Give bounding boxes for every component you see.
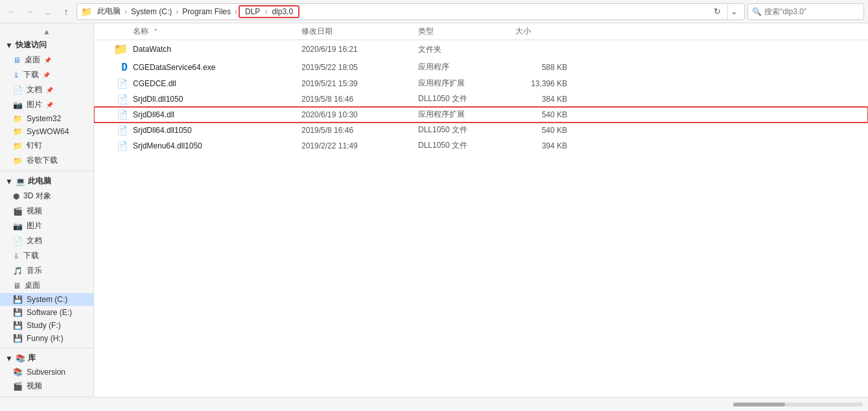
folder-icon: 📁	[13, 156, 23, 165]
file-row-highlighted[interactable]: 📄 SrjdDll64.dll 2020/6/19 10:30 应用程序扩展 5…	[94, 107, 868, 123]
file-row[interactable]: 📄 CGEDCE.dll 2019/5/21 15:39 应用程序扩展 13,3…	[94, 76, 868, 91]
search-input[interactable]	[764, 7, 860, 16]
refresh-button[interactable]: ↻	[709, 4, 725, 19]
sidebar-item-image-quick[interactable]: 📷 图片 📌	[0, 97, 93, 112]
file-size: 540 KB	[515, 110, 580, 119]
file-name: CGEDCE.dll	[133, 79, 301, 88]
sort-arrow-icon: ⌃	[153, 28, 158, 35]
pin-icon: 📌	[46, 87, 53, 93]
dropdown-button[interactable]: ⌄	[40, 4, 56, 19]
col-size-header[interactable]: 大小	[515, 26, 580, 37]
file-row[interactable]: D CGEDataService64.exe 2019/5/22 18:05 应…	[94, 59, 868, 76]
path-sysc[interactable]: System (C:)	[128, 6, 174, 17]
file-row[interactable]: 📁 DataWatch 2020/6/19 16:21 文件夹	[94, 40, 868, 59]
back-button[interactable]: ←	[4, 4, 19, 19]
file-type: DLL1050 文件	[418, 124, 515, 135]
sidebar-item-system32[interactable]: 📁 System32	[0, 112, 93, 125]
download-icon: ⇓	[13, 252, 19, 261]
up-button[interactable]: ↑	[58, 4, 74, 19]
sidebar-item-doc-quick[interactable]: 📄 文档 📌	[0, 82, 93, 97]
file-name: SrjdDll.dll1050	[133, 95, 301, 104]
sidebar-item-desktop[interactable]: 🖥 桌面	[0, 278, 93, 293]
main-area: ▲ ▼ 快速访问 🖥 桌面 📌 ⇓ 下载 📌 📄 文档 📌 📷 图片 📌 📁	[0, 23, 868, 397]
image-icon: 📷	[13, 100, 23, 110]
file-date: 2019/5/8 16:46	[301, 126, 418, 135]
sidebar-item-system-c[interactable]: 💾 System (C:)	[0, 293, 93, 306]
sidebar-divider-2	[0, 347, 93, 348]
drive-icon: 💾	[13, 295, 23, 304]
chevron-down-icon: ▼	[5, 41, 13, 50]
sidebar-label: 桌面	[25, 54, 40, 65]
file-size: 394 KB	[515, 141, 580, 150]
address-bar: 📁 此电脑 › System (C:) › Program Files › DL…	[76, 3, 745, 20]
sidebar-label: 文档	[27, 235, 42, 246]
folder-icon: 📁	[13, 141, 23, 150]
col-name-header[interactable]: 名称 ⌃	[94, 26, 301, 37]
file-row[interactable]: 📄 SrjdMenu64.dll1050 2019/2/22 11:49 DLL…	[94, 138, 868, 154]
sidebar-item-music[interactable]: 🎵 音乐	[0, 263, 93, 278]
library-icon: 📚	[16, 354, 25, 363]
file-icon-cell: 📄	[94, 78, 133, 89]
sidebar-item-3d[interactable]: ⬢ 3D 对象	[0, 189, 93, 204]
address-path: 此电脑 › System (C:) › Program Files › DLP …	[95, 5, 299, 18]
file-size: 13,396 KB	[515, 79, 580, 88]
path-thispc[interactable]: 此电脑	[95, 5, 123, 18]
path-programfiles[interactable]: Program Files	[180, 6, 233, 17]
sidebar-item-video[interactable]: 🎬 视频	[0, 204, 93, 218]
sidebar-scroll-up[interactable]: ▲	[0, 26, 93, 38]
address-dropdown-button[interactable]: ⌄	[727, 3, 740, 20]
sidebar-item-download[interactable]: ⇓ 下载	[0, 248, 93, 263]
sidebar-item-subversion[interactable]: 📚 Subversion	[0, 366, 93, 379]
sidebar-divider-1	[0, 170, 93, 171]
drive-icon: 💾	[13, 334, 23, 343]
sidebar-item-dingding[interactable]: 📁 钉钉	[0, 138, 93, 153]
folder-icon: 📁	[13, 114, 23, 123]
path-dlp[interactable]: DLP	[242, 6, 263, 17]
file-type: DLL1050 文件	[418, 140, 515, 151]
file-date: 2020/6/19 16:21	[301, 45, 418, 54]
sidebar-label: 3D 对象	[23, 191, 51, 202]
file-icon-cell: 📄	[94, 110, 133, 120]
file-row[interactable]: 📄 SrjdDll64.dll1050 2019/5/8 16:46 DLL10…	[94, 123, 868, 138]
sidebar-item-download-quick[interactable]: ⇓ 下载 📌	[0, 67, 93, 82]
dll-icon: 📄	[117, 78, 128, 89]
file-date: 2019/5/8 16:46	[301, 95, 418, 104]
sidebar-item-funny-h[interactable]: 💾 Funny (H:)	[0, 332, 93, 345]
sidebar-item-image[interactable]: 📷 图片	[0, 218, 93, 233]
col-type-header[interactable]: 类型	[418, 26, 515, 37]
sidebar-item-library-video[interactable]: 🎬 视频	[0, 379, 93, 393]
sidebar-item-software-e[interactable]: 💾 Software (E:)	[0, 306, 93, 319]
file-name: SrjdDll64.dll1050	[133, 126, 301, 135]
path-dlp-highlight: DLP › dlp3.0	[239, 5, 299, 18]
video-icon: 🎬	[13, 207, 23, 216]
file-type: 应用程序扩展	[418, 109, 515, 120]
sidebar-label: System32	[27, 114, 61, 123]
sidebar-quick-access-header[interactable]: ▼ 快速访问	[0, 38, 93, 53]
chevron-down-icon: ▼	[5, 177, 13, 186]
sidebar-this-pc-header[interactable]: ▼ 💻 此电脑	[0, 174, 93, 189]
sidebar-label: 下载	[23, 250, 39, 261]
file-type: DLL1050 文件	[418, 93, 515, 104]
file-name: SrjdDll64.dll	[133, 110, 301, 119]
sidebar-item-google-download[interactable]: 📁 谷歌下载	[0, 153, 93, 168]
search-bar[interactable]: 🔍	[747, 3, 864, 20]
path-dlp30[interactable]: dlp3.0	[269, 6, 296, 17]
dll-icon: 📄	[117, 141, 128, 151]
forward-button[interactable]: →	[22, 4, 38, 19]
file-date: 2020/6/19 10:30	[301, 110, 418, 119]
sidebar-item-desktop-quick[interactable]: 🖥 桌面 📌	[0, 53, 93, 67]
file-row[interactable]: 📄 SrjdDll.dll1050 2019/5/8 16:46 DLL1050…	[94, 91, 868, 107]
file-icon-cell: 📄	[94, 141, 133, 151]
sidebar-item-study-f[interactable]: 💾 Study (F:)	[0, 319, 93, 332]
file-type: 文件夹	[418, 44, 515, 55]
col-date-header[interactable]: 修改日期	[301, 26, 418, 37]
file-list: 📁 DataWatch 2020/6/19 16:21 文件夹 D CGEDat…	[94, 40, 868, 397]
sidebar-item-syswow64[interactable]: 📁 SysWOW64	[0, 125, 93, 138]
sidebar-item-doc[interactable]: 📄 文档	[0, 233, 93, 248]
3d-icon: ⬢	[13, 192, 19, 201]
desktop-icon: 🖥	[13, 281, 21, 290]
sidebar-library-header[interactable]: ▼ 📚 库	[0, 351, 93, 366]
pin-icon: 📌	[46, 102, 53, 108]
address-folder-icon: 📁	[81, 6, 92, 17]
file-size: 384 KB	[515, 95, 580, 104]
